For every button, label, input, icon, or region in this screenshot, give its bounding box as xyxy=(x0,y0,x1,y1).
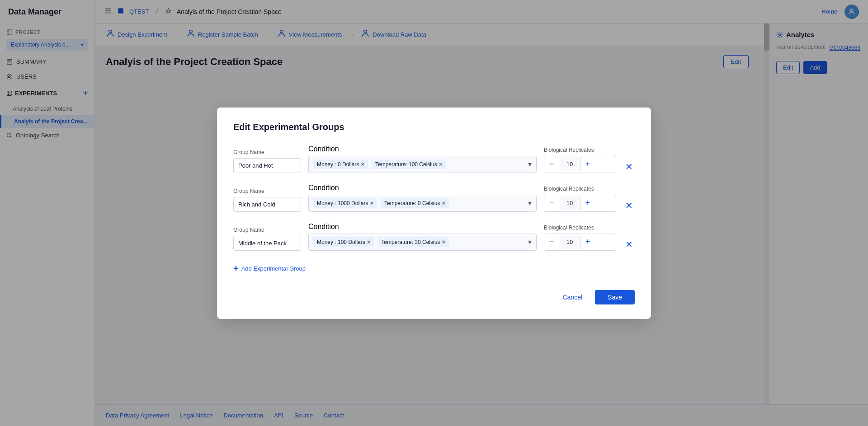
stepper-val-2: 10 xyxy=(559,196,580,210)
add-group-label: Add Experimental Group xyxy=(241,265,306,272)
tag-remove-1-2[interactable]: × xyxy=(439,161,443,168)
stepper-plus-2[interactable]: + xyxy=(580,195,595,211)
tag-remove-3-1[interactable]: × xyxy=(367,239,371,245)
add-group-button[interactable]: + Add Experimental Group xyxy=(233,262,306,276)
stepper-val-3: 10 xyxy=(559,235,580,249)
condition-field-1: Condition Money : 0 Dollars × Temperatur… xyxy=(308,145,537,173)
condition-label-3: Condition xyxy=(308,223,537,231)
condition-dropdown-3[interactable]: ▾ xyxy=(528,238,532,246)
stepper-minus-3[interactable]: − xyxy=(544,234,559,250)
bio-replicates-field-3: Biological Replicates − 10 + xyxy=(544,225,616,251)
modal-footer: Cancel Save xyxy=(233,290,635,304)
group-name-field-2: Group Name xyxy=(233,188,301,212)
tag-remove-2-1[interactable]: × xyxy=(370,200,373,206)
tag-1-1: Money : 0 Dollars × xyxy=(313,159,368,169)
group-name-input-3[interactable] xyxy=(233,236,301,251)
delete-group-3[interactable]: ✕ xyxy=(623,239,635,250)
condition-dropdown-1[interactable]: ▾ xyxy=(528,160,532,169)
bio-rep-label-3: Biological Replicates xyxy=(544,225,616,231)
stepper-plus-3[interactable]: + xyxy=(580,234,595,250)
bio-replicates-field-1: Biological Replicates − 10 + xyxy=(544,147,616,173)
stepper-1: − 10 + xyxy=(544,156,616,173)
group-row-3: Group Name Condition Money : 100 Dollars… xyxy=(233,223,635,251)
stepper-2: − 10 + xyxy=(544,195,616,212)
tag-remove-1-1[interactable]: × xyxy=(361,161,364,168)
modal: Edit Experimental Groups Group Name Cond… xyxy=(217,108,651,319)
tag-remove-2-2[interactable]: × xyxy=(442,200,445,206)
condition-tags-3[interactable]: Money : 100 Dollars × Temperature: 30 Ce… xyxy=(308,234,537,251)
group-name-label-3: Group Name xyxy=(233,227,301,233)
tag-2-2: Temperature: 0 Celsius × xyxy=(381,198,449,208)
condition-label-1: Condition xyxy=(308,145,537,153)
tag-2-1: Money : 1000 Dollars × xyxy=(313,198,377,208)
group-name-field-3: Group Name xyxy=(233,227,301,251)
condition-tags-1[interactable]: Money : 0 Dollars × Temperature: 100 Cel… xyxy=(308,156,537,173)
modal-overlay: Edit Experimental Groups Group Name Cond… xyxy=(0,0,868,426)
bio-replicates-field-2: Biological Replicates − 10 + xyxy=(544,186,616,212)
tag-3-1: Money : 100 Dollars × xyxy=(313,237,374,247)
tag-remove-3-2[interactable]: × xyxy=(442,239,445,245)
save-button[interactable]: Save xyxy=(595,290,635,304)
stepper-minus-1[interactable]: − xyxy=(544,156,559,173)
delete-group-1[interactable]: ✕ xyxy=(623,161,635,172)
condition-field-3: Condition Money : 100 Dollars × Temperat… xyxy=(308,223,537,251)
group-name-label-1: Group Name xyxy=(233,149,301,155)
condition-label-2: Condition xyxy=(308,184,537,192)
delete-group-2[interactable]: ✕ xyxy=(623,200,635,211)
stepper-minus-2[interactable]: − xyxy=(544,195,559,211)
add-group-icon: + xyxy=(233,263,239,274)
stepper-3: − 10 + xyxy=(544,234,616,251)
tag-3-2: Temperature: 30 Celsius × xyxy=(377,237,449,247)
bio-rep-label-1: Biological Replicates xyxy=(544,147,616,153)
tag-1-2: Temperature: 100 Celsius × xyxy=(372,159,446,169)
stepper-val-1: 10 xyxy=(559,157,580,171)
group-name-label-2: Group Name xyxy=(233,188,301,194)
group-row-2: Group Name Condition Money : 1000 Dollar… xyxy=(233,184,635,212)
condition-field-2: Condition Money : 1000 Dollars × Tempera… xyxy=(308,184,537,212)
bio-rep-label-2: Biological Replicates xyxy=(544,186,616,192)
modal-title: Edit Experimental Groups xyxy=(233,122,635,132)
group-name-input-2[interactable] xyxy=(233,197,301,212)
condition-dropdown-2[interactable]: ▾ xyxy=(528,199,532,207)
group-row-1: Group Name Condition Money : 0 Dollars ×… xyxy=(233,145,635,173)
cancel-button[interactable]: Cancel xyxy=(555,290,590,304)
stepper-plus-1[interactable]: + xyxy=(580,156,595,173)
group-name-input-1[interactable] xyxy=(233,158,301,173)
group-name-field-1: Group Name xyxy=(233,149,301,173)
condition-tags-2[interactable]: Money : 1000 Dollars × Temperature: 0 Ce… xyxy=(308,195,537,212)
